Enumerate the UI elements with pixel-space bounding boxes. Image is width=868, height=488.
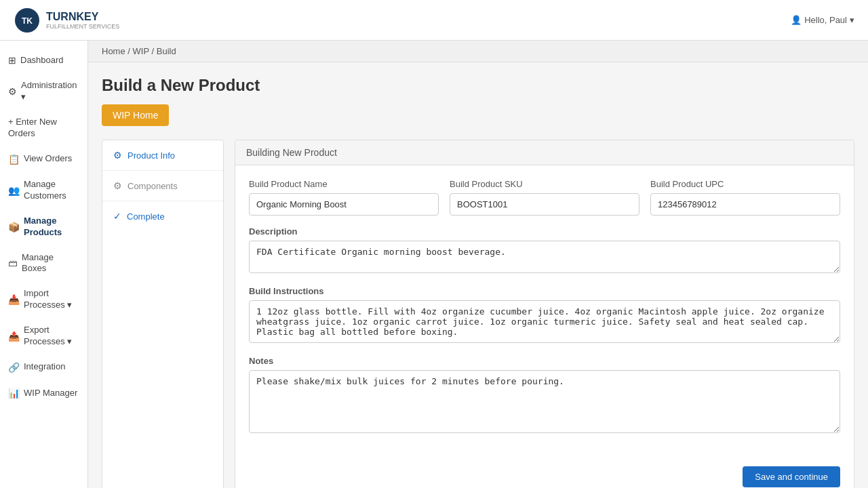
- build-product-name-label: Build Product Name: [249, 179, 439, 189]
- logo-subtext: FULFILLMENT SERVICES: [46, 23, 119, 30]
- view-orders-icon: 📋: [8, 153, 20, 165]
- breadcrumb: Home / WIP / Build: [88, 41, 868, 62]
- sidebar-label-import-processes: Import Processes ▾: [24, 288, 79, 311]
- form-card-header: Building New Product: [235, 140, 854, 165]
- sidebar-item-view-orders[interactable]: 📋 View Orders: [0, 146, 87, 172]
- build-product-name-input[interactable]: [249, 193, 439, 216]
- sidebar-item-enter-orders[interactable]: + Enter New Orders: [0, 110, 87, 146]
- sidebar: ⊞ Dashboard ⚙ Administration ▾ + Enter N…: [0, 41, 88, 488]
- page-title: Build a New Product: [102, 76, 854, 95]
- sidebar-label-view-orders: View Orders: [24, 153, 72, 165]
- svg-text:TK: TK: [22, 16, 33, 26]
- sidebar-item-wip-manager[interactable]: 📊 WIP Manager: [0, 380, 87, 406]
- layout: ⊞ Dashboard ⚙ Administration ▾ + Enter N…: [0, 41, 868, 488]
- top-fields-row: Build Product Name Build Product SKU Bui…: [249, 179, 840, 216]
- field-group-upc: Build Product UPC: [650, 179, 840, 216]
- wizard-step-components-label: Components: [127, 181, 178, 191]
- notes-textarea[interactable]: [249, 370, 840, 433]
- manage-boxes-icon: 🗃: [8, 257, 18, 269]
- manage-customers-icon: 👥: [8, 184, 20, 197]
- field-group-sku: Build Product SKU: [450, 179, 639, 216]
- description-section: Description: [249, 226, 840, 275]
- breadcrumb-home[interactable]: Home: [102, 46, 125, 56]
- sidebar-label-manage-products: Manage Products: [24, 216, 79, 239]
- user-icon: 👤: [791, 15, 802, 25]
- header: TK TURNKEY FULFILLMENT SERVICES 👤 Hello,…: [0, 0, 868, 41]
- sidebar-item-export-processes[interactable]: 📤 Export Processes ▾: [0, 318, 87, 354]
- product-info-icon: ⚙: [113, 150, 122, 161]
- sidebar-label-manage-customers: Manage Customers: [24, 179, 79, 202]
- wip-home-button[interactable]: WIP Home: [102, 104, 169, 126]
- wip-manager-icon: 📊: [8, 387, 20, 399]
- sidebar-item-import-processes[interactable]: 📥 Import Processes ▾: [0, 281, 87, 318]
- btn-row: Save and continue: [235, 460, 854, 488]
- build-product-upc-input[interactable]: [650, 193, 840, 216]
- sidebar-label-dashboard: Dashboard: [20, 55, 64, 66]
- build-product-sku-input[interactable]: [450, 193, 639, 216]
- form-card-body: Build Product Name Build Product SKU Bui…: [235, 165, 854, 460]
- notes-label: Notes: [249, 356, 840, 366]
- form-card: Building New Product Build Product Name …: [235, 140, 854, 488]
- export-processes-icon: 📤: [8, 330, 20, 342]
- breadcrumb-sep1: /: [127, 46, 132, 56]
- breadcrumb-wip[interactable]: WIP: [133, 46, 149, 56]
- two-col-layout: ⚙ Product Info ⚙ Components ✓ Complete B…: [102, 140, 854, 488]
- wizard-step-components[interactable]: ⚙ Components: [102, 171, 223, 201]
- sidebar-item-manage-customers[interactable]: 👥 Manage Customers: [0, 172, 87, 209]
- sidebar-label-export-processes: Export Processes ▾: [24, 325, 79, 348]
- wizard-step-product-info[interactable]: ⚙ Product Info: [102, 140, 223, 171]
- content-area: Build a New Product WIP Home ⚙ Product I…: [88, 62, 868, 488]
- sidebar-label-integration: Integration: [24, 361, 65, 373]
- dashboard-icon: ⊞: [8, 54, 16, 66]
- import-processes-icon: 📥: [8, 293, 20, 306]
- build-product-sku-label: Build Product SKU: [450, 179, 639, 189]
- build-product-upc-label: Build Product UPC: [650, 179, 840, 189]
- sidebar-item-integration[interactable]: 🔗 Integration: [0, 354, 87, 380]
- logo-area: TK TURNKEY FULFILLMENT SERVICES: [14, 7, 119, 34]
- wizard-step-complete-label: Complete: [127, 211, 165, 222]
- build-instructions-section: Build Instructions: [249, 286, 840, 345]
- sidebar-item-dashboard[interactable]: ⊞ Dashboard: [0, 47, 87, 73]
- field-group-name: Build Product Name: [249, 179, 439, 216]
- description-textarea[interactable]: [249, 241, 840, 273]
- logo-icon: TK: [14, 7, 41, 34]
- sidebar-label-wip-manager: WIP Manager: [24, 388, 77, 399]
- logo-name: TURNKEY: [46, 11, 119, 23]
- save-continue-button[interactable]: Save and continue: [743, 466, 840, 487]
- build-instructions-label: Build Instructions: [249, 286, 840, 296]
- user-dropdown-icon: ▾: [850, 15, 854, 25]
- logo-text-group: TURNKEY FULFILLMENT SERVICES: [46, 11, 119, 30]
- build-instructions-textarea[interactable]: [249, 300, 840, 343]
- sidebar-item-administration[interactable]: ⚙ Administration ▾: [0, 73, 87, 110]
- sidebar-item-manage-boxes[interactable]: 🗃 Manage Boxes: [0, 245, 87, 282]
- wizard-step-product-info-label: Product Info: [127, 150, 175, 161]
- integration-icon: 🔗: [8, 361, 20, 373]
- sidebar-item-manage-products[interactable]: 📦 Manage Products: [0, 209, 87, 245]
- user-info[interactable]: 👤 Hello, Paul ▾: [791, 15, 854, 25]
- complete-icon: ✓: [113, 211, 121, 222]
- wizard-sidebar: ⚙ Product Info ⚙ Components ✓ Complete: [102, 140, 224, 488]
- sidebar-label-manage-boxes: Manage Boxes: [22, 252, 79, 275]
- sidebar-label-administration: Administration ▾: [21, 80, 79, 103]
- description-label: Description: [249, 226, 840, 237]
- breadcrumb-sep2: /: [152, 46, 157, 56]
- notes-section: Notes: [249, 356, 840, 435]
- sidebar-label-enter-orders: + Enter New Orders: [8, 117, 79, 140]
- user-label: Hello, Paul: [804, 15, 847, 25]
- breadcrumb-build: Build: [157, 46, 176, 56]
- components-icon: ⚙: [113, 180, 122, 191]
- wizard-step-complete[interactable]: ✓ Complete: [102, 201, 223, 231]
- administration-icon: ⚙: [8, 85, 17, 98]
- main-content: Home / WIP / Build Build a New Product W…: [88, 41, 868, 488]
- manage-products-icon: 📦: [8, 221, 20, 233]
